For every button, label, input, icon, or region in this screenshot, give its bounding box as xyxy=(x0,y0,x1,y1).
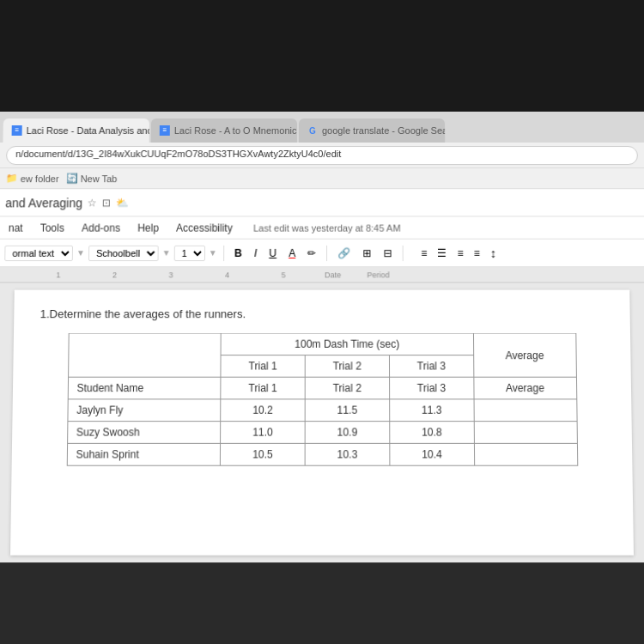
menu-tools[interactable]: Tools xyxy=(37,220,68,235)
docs-title-bar: and Averaging ☆ ⊡ ⛅ xyxy=(0,189,644,216)
image-button[interactable]: ⊟ xyxy=(380,245,397,260)
menu-addons[interactable]: Add-ons xyxy=(78,220,124,235)
browser-window: ≡ Laci Rose - Data Analysis and A... × ≡… xyxy=(0,112,644,644)
last-edit-info: Last edit was yesterday at 8:45 AM xyxy=(253,222,401,233)
tab-bar: ≡ Laci Rose - Data Analysis and A... × ≡… xyxy=(0,112,644,143)
row2-avg xyxy=(474,422,577,444)
row2-name: Suzy Swoosh xyxy=(67,422,221,444)
star-icon[interactable]: ☆ xyxy=(88,197,97,209)
tab-docs-2[interactable]: ≡ Laci Rose - A to O Mnemonics-cc × xyxy=(151,118,297,143)
doc-body: 1.Determine the averages of the runners.… xyxy=(10,290,634,556)
ruler-mark-2: 2 xyxy=(112,270,117,279)
doc-page: 1.Determine the averages of the runners.… xyxy=(0,283,644,562)
student-name-header-cell xyxy=(68,333,221,377)
average-header-cell: Average xyxy=(473,333,576,377)
bookmark-folder[interactable]: 📁 ew folder xyxy=(6,173,59,184)
row3-t3: 10.4 xyxy=(390,443,475,465)
pen-button[interactable]: ✏ xyxy=(303,245,320,260)
align-center-button[interactable]: ☰ xyxy=(433,244,451,261)
row1-t1: 10.2 xyxy=(221,399,305,422)
docs-icon-2: ≡ xyxy=(160,125,170,136)
underline-button[interactable]: U xyxy=(264,245,281,260)
align-left-button[interactable]: ≡ xyxy=(416,244,431,261)
align-justify-button[interactable]: ≡ xyxy=(470,244,484,261)
page-header-period: Period xyxy=(368,270,390,279)
font-select[interactable]: Schoolbell xyxy=(88,245,159,260)
student-name-col-header: Student Name xyxy=(68,377,221,399)
size-dropdown-icon: ▼ xyxy=(209,248,217,258)
toolbar-divider-3 xyxy=(403,245,404,260)
bookmark-newtab[interactable]: 🔄 New Tab xyxy=(66,173,118,184)
align-buttons: ≡ ☰ ≡ ≡ ↕ xyxy=(416,244,501,261)
tab-3-label: google translate - Google Search xyxy=(322,125,445,136)
comment-button[interactable]: ⊞ xyxy=(359,245,376,260)
task-instruction: 1.Determine the averages of the runners. xyxy=(40,307,605,320)
toolbar-divider-1 xyxy=(223,245,224,260)
align-right-button[interactable]: ≡ xyxy=(453,244,467,261)
bookmark-newtab-label: New Tab xyxy=(81,173,118,184)
tab-2-label: Laci Rose - A to O Mnemonics-cc xyxy=(174,125,297,136)
save-icon[interactable]: ⊡ xyxy=(102,197,111,209)
bookmark-folder-label: ew folder xyxy=(21,173,59,184)
ruler-mark-1: 1 xyxy=(56,270,60,279)
bookmarks-bar: 📁 ew folder 🔄 New Tab xyxy=(0,168,644,189)
ruler-mark-3: 3 xyxy=(169,270,173,279)
doc-title[interactable]: and Averaging xyxy=(5,196,82,210)
row3-t2: 10.3 xyxy=(305,443,390,465)
col-trial2-header: Trial 2 xyxy=(305,355,389,378)
row1-t2: 11.5 xyxy=(305,399,389,422)
table-row: Suzy Swoosh 11.0 10.9 10.8 xyxy=(67,422,577,444)
menu-accessibility[interactable]: Accessibility xyxy=(173,220,236,235)
cloud-icon[interactable]: ⛅ xyxy=(116,197,129,209)
ruler-marks: 1 2 3 4 5 Date Period xyxy=(4,270,640,279)
google-icon: G xyxy=(307,125,318,136)
link-button[interactable]: 🔗 xyxy=(334,245,355,260)
italic-button[interactable]: I xyxy=(250,245,262,260)
line-spacing-button[interactable]: ↕ xyxy=(486,244,501,261)
style-select[interactable]: ormal text xyxy=(4,245,73,260)
row2-t2: 10.9 xyxy=(305,422,390,444)
col-trial3-header: Trial 3 xyxy=(389,355,473,378)
toolbar-divider-2 xyxy=(326,245,327,260)
average-col-header: Average xyxy=(474,377,577,399)
size-select[interactable]: 18 xyxy=(174,245,205,260)
page-header-date: Date xyxy=(325,270,341,279)
row2-t1: 11.0 xyxy=(221,422,306,444)
row3-t1: 10.5 xyxy=(221,443,306,465)
row3-name: Suhain Sprint xyxy=(67,443,221,465)
trial1-col-header: Trial 1 xyxy=(221,377,305,399)
bold-button[interactable]: B xyxy=(230,245,246,260)
menu-help[interactable]: Help xyxy=(134,220,162,235)
tab-docs-1[interactable]: ≡ Laci Rose - Data Analysis and A... × xyxy=(3,118,149,143)
trial2-col-header: Trial 2 xyxy=(305,377,389,399)
menu-nat[interactable]: nat xyxy=(5,220,27,235)
formatting-toolbar: ormal text ▼ Schoolbell ▼ 18 ▼ B I U A ✏… xyxy=(0,240,644,267)
screen-bezel xyxy=(0,0,644,112)
font-dropdown-icon: ▼ xyxy=(162,248,171,258)
ruler-mark-5: 5 xyxy=(282,270,286,279)
docs-menu-bar: nat Tools Add-ons Help Accessibility Las… xyxy=(0,216,644,239)
address-bar-container: n/document/d/13G_2I84wXukCUUqF2mO78oDS3T… xyxy=(0,143,644,168)
row3-avg xyxy=(474,443,577,465)
col-trial1-header: Trial 1 xyxy=(221,355,305,378)
row1-avg xyxy=(474,399,577,422)
text-color-button[interactable]: A xyxy=(284,245,300,260)
ruler-mark-4: 4 xyxy=(225,270,229,279)
folder-icon: 📁 xyxy=(6,173,18,184)
tab-google[interactable]: G google translate - Google Search × xyxy=(299,118,445,143)
address-input[interactable]: n/document/d/13G_2I84wXukCUUqF2mO78oDS3T… xyxy=(6,146,638,165)
table-row: Jaylyn Fly 10.2 11.5 11.3 xyxy=(67,399,576,422)
ruler: 1 2 3 4 5 Date Period xyxy=(0,267,644,283)
style-dropdown-icon: ▼ xyxy=(76,248,85,258)
row1-name: Jaylyn Fly xyxy=(67,399,221,422)
docs-icon: ≡ xyxy=(12,125,22,136)
trial3-col-header: Trial 3 xyxy=(389,377,473,399)
table-row: Suhain Sprint 10.5 10.3 10.4 xyxy=(67,443,578,465)
newtab-icon: 🔄 xyxy=(66,173,78,184)
tab-1-label: Laci Rose - Data Analysis and A... xyxy=(27,125,149,136)
row1-t3: 11.3 xyxy=(390,399,474,422)
data-table: 100m Dash Time (sec) Average Trial 1 Tri… xyxy=(66,333,578,466)
main-header-cell: 100m Dash Time (sec) xyxy=(221,333,473,355)
row2-t3: 10.8 xyxy=(390,422,475,444)
